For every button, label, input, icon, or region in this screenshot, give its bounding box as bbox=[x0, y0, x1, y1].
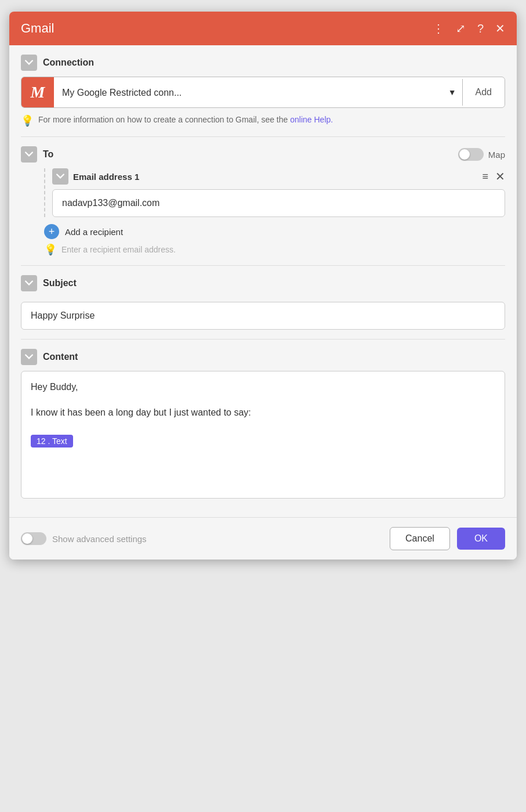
remove-email-1-icon[interactable]: ✕ bbox=[495, 169, 505, 183]
subject-label: Subject bbox=[43, 278, 77, 288]
more-icon[interactable]: ⋮ bbox=[433, 21, 444, 35]
to-header: To Map bbox=[21, 146, 505, 163]
email-address-1-label: Email address 1 bbox=[73, 172, 139, 182]
add-recipient-button[interactable]: + bbox=[44, 224, 59, 239]
content-chevron[interactable] bbox=[21, 349, 37, 365]
content-text-tag[interactable]: 12 . Text bbox=[31, 435, 73, 447]
email-address-1-left: Email address 1 bbox=[52, 168, 139, 185]
connection-select[interactable]: My Google Restricted conn... bbox=[54, 88, 448, 98]
add-connection-button[interactable]: Add bbox=[462, 79, 505, 106]
content-label: Content bbox=[43, 352, 78, 362]
subject-header: Subject bbox=[21, 275, 505, 291]
add-recipient-row: + Add a recipient bbox=[44, 224, 505, 239]
content-section: Content Hey Buddy, I know it has been a … bbox=[21, 349, 505, 499]
to-left: To bbox=[21, 146, 53, 163]
divider-1 bbox=[21, 136, 505, 137]
help-icon[interactable]: ? bbox=[477, 22, 484, 35]
to-chevron[interactable] bbox=[21, 146, 37, 163]
to-label: To bbox=[43, 149, 53, 160]
gmail-dialog: Gmail ⋮ ⤢ ? ✕ Connection M My Google Res bbox=[9, 12, 517, 560]
content-line2: I know it has been a long day but I just… bbox=[31, 405, 495, 420]
subject-input[interactable] bbox=[21, 302, 505, 330]
connection-label: Connection bbox=[43, 57, 94, 68]
show-advanced-label: Show advanced settings bbox=[52, 534, 147, 544]
content-box[interactable]: Hey Buddy, I know it has been a long day… bbox=[21, 371, 505, 499]
email-address-1-header: Email address 1 ≡ ✕ bbox=[52, 168, 505, 185]
to-section: To Map Email address 1 bbox=[21, 146, 505, 256]
hint-text: For more information on how to create a … bbox=[38, 114, 333, 126]
subject-section: Subject bbox=[21, 275, 505, 330]
advanced-settings-toggle[interactable] bbox=[21, 532, 46, 545]
ok-button[interactable]: OK bbox=[457, 528, 505, 550]
connection-row: M My Google Restricted conn... ▼ Add bbox=[21, 77, 505, 108]
title-bar-actions: ⋮ ⤢ ? ✕ bbox=[433, 21, 505, 35]
hint-bulb-icon: 💡 bbox=[21, 114, 34, 127]
content-line1: Hey Buddy, bbox=[31, 380, 495, 395]
cancel-button[interactable]: Cancel bbox=[390, 527, 450, 550]
expand-icon[interactable]: ⤢ bbox=[456, 21, 466, 35]
title-bar: Gmail ⋮ ⤢ ? ✕ bbox=[9, 12, 517, 45]
recipient-hint-text: Enter a recipient email address. bbox=[61, 245, 176, 254]
advanced-toggle-knob bbox=[22, 533, 32, 544]
connection-hint-row: 💡 For more information on how to create … bbox=[21, 114, 505, 127]
gmail-icon-box: M bbox=[21, 77, 54, 107]
online-help-link[interactable]: online Help. bbox=[290, 115, 333, 124]
map-toggle[interactable] bbox=[458, 148, 484, 161]
email-address-1-actions: ≡ ✕ bbox=[482, 169, 505, 183]
content-area: Connection M My Google Restricted conn..… bbox=[9, 45, 517, 508]
email-address-1-block: Email address 1 ≡ ✕ bbox=[44, 168, 505, 217]
email-address-1-input[interactable] bbox=[52, 189, 505, 217]
connection-chevron[interactable] bbox=[21, 55, 37, 71]
connection-section: Connection M My Google Restricted conn..… bbox=[21, 55, 505, 127]
email-address-1-chevron[interactable] bbox=[52, 168, 68, 185]
add-recipient-label: Add a recipient bbox=[65, 227, 123, 237]
dropdown-arrow-icon: ▼ bbox=[448, 88, 462, 97]
toggle-knob bbox=[459, 149, 470, 160]
footer-left: Show advanced settings bbox=[21, 532, 147, 545]
recipient-hint-row: 💡 Enter a recipient email address. bbox=[44, 243, 505, 256]
subject-chevron[interactable] bbox=[21, 275, 37, 291]
gmail-m-icon: M bbox=[31, 83, 45, 102]
dialog-title: Gmail bbox=[21, 21, 54, 36]
map-label: Map bbox=[488, 150, 505, 160]
connection-header: Connection bbox=[21, 55, 505, 71]
reorder-icon[interactable]: ≡ bbox=[482, 171, 488, 183]
plus-icon: + bbox=[49, 226, 55, 237]
footer-buttons: Cancel OK bbox=[390, 527, 505, 550]
close-icon[interactable]: ✕ bbox=[495, 21, 505, 35]
divider-2 bbox=[21, 265, 505, 266]
divider-3 bbox=[21, 339, 505, 340]
map-toggle-row: Map bbox=[458, 148, 505, 161]
recipient-hint-bulb-icon: 💡 bbox=[44, 243, 57, 256]
footer: Show advanced settings Cancel OK bbox=[9, 517, 517, 560]
content-header: Content bbox=[21, 349, 505, 365]
